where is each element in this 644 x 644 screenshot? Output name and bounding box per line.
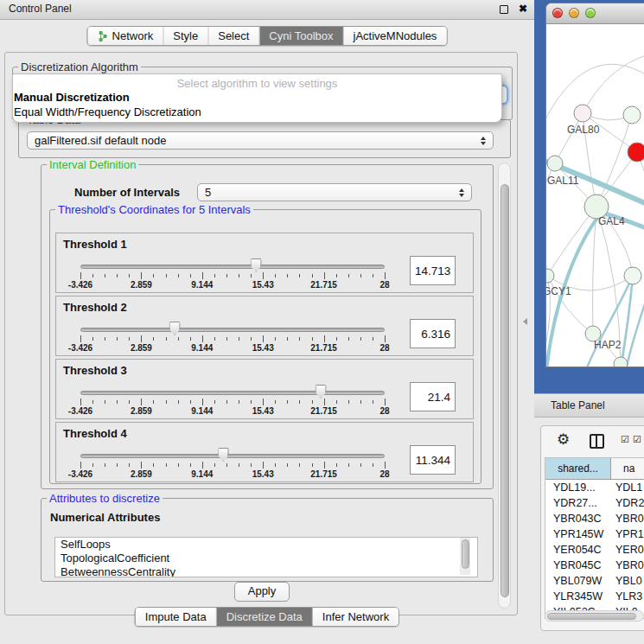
splitter-handle-icon[interactable] — [523, 318, 527, 325]
tab-style[interactable]: Style — [163, 27, 208, 45]
table-cell[interactable]: YLR3 — [611, 589, 644, 604]
table-row[interactable]: YER054CYER0 — [545, 542, 644, 558]
network-canvas[interactable]: GAL80 GA C GAL11 GAL4 GCY1 H HAP2 — [546, 24, 644, 367]
number-of-intervals-value: 5 — [205, 186, 211, 199]
node-top-right[interactable] — [623, 106, 641, 124]
table-hscrollbar-thumb[interactable] — [547, 613, 636, 620]
tick-label: -3.426 — [68, 406, 92, 416]
threshold-value-field[interactable] — [410, 445, 456, 475]
apply-button[interactable]: Apply — [234, 582, 290, 602]
numerical-attributes-list[interactable]: SelfLoopsTopologicalCoefficientBetweenne… — [54, 537, 478, 577]
table-row[interactable]: YBL079WYBL0 — [545, 573, 644, 589]
table-data-combo[interactable]: galFiltered.sif default node — [27, 131, 494, 150]
close-icon[interactable]: ✖ — [519, 3, 527, 15]
node-gcy1[interactable] — [546, 269, 554, 283]
tick-mark — [385, 399, 386, 405]
close-traffic-light-icon[interactable] — [552, 8, 563, 18]
threshold-value-field[interactable] — [410, 319, 456, 348]
dropdown-option-equal-width[interactable]: Equal Width/Frequency Discretization — [13, 105, 501, 119]
node-gal80[interactable] — [574, 105, 591, 122]
column-header-shared[interactable]: shared... — [545, 458, 611, 479]
attribute-list-item[interactable]: TopologicalCoefficient — [55, 552, 477, 565]
table-cell[interactable]: YDL19... — [545, 480, 611, 495]
tick-mark — [287, 400, 288, 404]
zoom-traffic-light-icon[interactable] — [585, 8, 596, 18]
table-row[interactable]: YDL19...YDL1 — [545, 480, 644, 495]
table-cell[interactable]: YBL0 — [611, 573, 644, 589]
table-cell[interactable]: YBR045C — [545, 558, 611, 573]
node-gal11[interactable] — [547, 156, 563, 171]
slider-track[interactable] — [80, 328, 385, 332]
table-cell[interactable]: YBR0 — [611, 558, 644, 573]
tick-mark — [239, 337, 239, 341]
table-cell[interactable]: YPR145W — [545, 526, 611, 542]
table-row[interactable]: YBR043CYBR0 — [545, 511, 644, 526]
tab-label: Select — [218, 29, 249, 42]
tick-mark — [166, 337, 167, 341]
table-cell[interactable]: YER054C — [545, 542, 611, 558]
table-cell[interactable]: YLR345W — [545, 589, 611, 604]
network-window-titlebar[interactable] — [546, 3, 644, 24]
tab-label: Infer Network — [322, 610, 389, 623]
table-cell[interactable]: YDR2 — [611, 495, 644, 511]
tick-mark — [336, 337, 337, 341]
slider-track[interactable] — [80, 265, 385, 269]
attributes-scrollbar-thumb[interactable] — [462, 539, 469, 569]
tick-mark — [202, 335, 203, 342]
node-highlighted-red[interactable] — [628, 143, 644, 162]
slider-track[interactable] — [80, 454, 385, 458]
table-row[interactable]: YPR145WYPR1 — [545, 526, 644, 542]
tick-mark — [226, 400, 227, 404]
tab-jactivemnodules[interactable]: jActiveMNodules — [344, 27, 447, 45]
table-hscrollbar[interactable] — [545, 610, 644, 622]
number-of-intervals-combo[interactable]: 5 — [197, 183, 472, 201]
tick-mark — [312, 274, 313, 277]
checkbox-icon[interactable]: ☑ — [633, 435, 641, 444]
network-nodes[interactable] — [546, 105, 644, 367]
column-header-name[interactable]: na — [611, 458, 644, 479]
table-cell[interactable]: YDL1 — [611, 480, 644, 495]
table-row[interactable]: YBR045CYBR0 — [545, 558, 644, 573]
slider-thumb[interactable] — [218, 448, 229, 462]
minimize-traffic-light-icon[interactable] — [569, 8, 579, 18]
tab-network[interactable]: Network — [88, 27, 164, 45]
slider-track[interactable] — [80, 391, 385, 395]
node-bottom[interactable] — [614, 357, 628, 367]
tab-impute-data[interactable]: Impute Data — [136, 608, 217, 626]
attributes-scrollbar[interactable] — [460, 538, 470, 575]
dropdown-option-manual[interactable]: Manual Discretization — [13, 90, 501, 105]
panel-scrollbar-thumb[interactable] — [501, 184, 509, 597]
table-cell[interactable]: YBR043C — [545, 511, 611, 526]
tick-mark — [178, 337, 179, 341]
tick-label: 9.144 — [191, 406, 213, 416]
table-cell[interactable]: YER0 — [611, 542, 644, 558]
threshold-value-field[interactable] — [410, 256, 456, 285]
gear-icon[interactable]: ⚙ — [557, 432, 570, 447]
tick-mark — [178, 463, 179, 467]
tab-discretize-data[interactable]: Discretize Data — [217, 608, 313, 626]
attributes-group: Attributes to discretize Numerical Attri… — [41, 498, 494, 582]
threshold-value-field[interactable] — [410, 382, 456, 411]
tab-infer-network[interactable]: Infer Network — [313, 608, 399, 626]
float-window-icon[interactable] — [500, 5, 508, 14]
table-cell[interactable]: YPR1 — [611, 526, 644, 542]
table-cell[interactable]: YBL079W — [545, 573, 611, 589]
slider-thumb[interactable] — [251, 258, 262, 272]
table-cell[interactable]: YDR27... — [545, 495, 611, 511]
tab-select[interactable]: Select — [208, 27, 259, 45]
table-row[interactable]: YDR27...YDR2 — [545, 495, 644, 511]
node-h[interactable] — [624, 267, 641, 284]
tick-mark — [129, 463, 130, 467]
tab-cyni-toolbox[interactable]: Cyni Toolbox — [259, 27, 343, 45]
checkbox-icon[interactable]: ☑ — [621, 435, 629, 444]
tab-label: Impute Data — [145, 610, 207, 623]
column-layout-icon[interactable] — [590, 434, 604, 449]
slider-thumb[interactable] — [169, 322, 181, 335]
slider-thumb[interactable] — [316, 385, 327, 399]
tick-mark — [251, 463, 252, 467]
table-cell[interactable]: YBR0 — [611, 511, 644, 526]
attribute-list-item[interactable]: BetweennessCentrality — [55, 565, 477, 577]
panel-scrollbar[interactable] — [498, 163, 511, 609]
attribute-list-item[interactable]: SelfLoops — [55, 538, 477, 552]
table-row[interactable]: YLR345WYLR3 — [545, 589, 644, 604]
